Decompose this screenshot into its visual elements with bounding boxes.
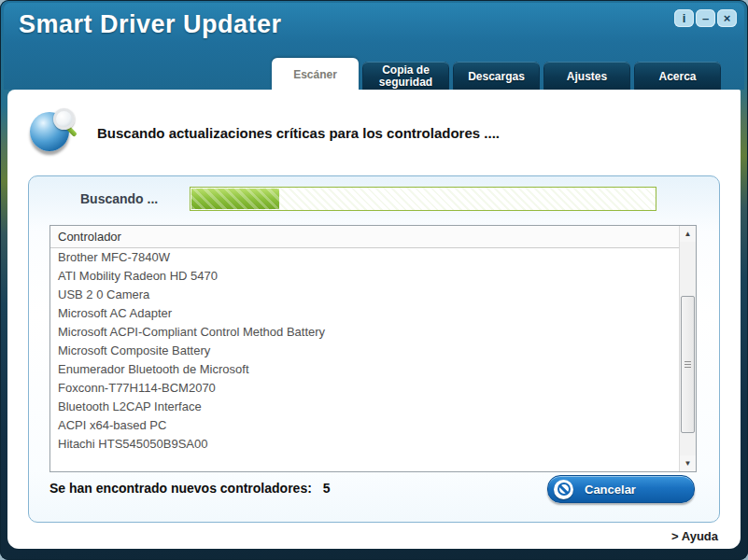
scroll-down-button[interactable]: ▼ xyxy=(680,455,696,471)
scroll-down-icon: ▼ xyxy=(684,459,692,468)
scroll-up-icon: ▲ xyxy=(684,230,692,238)
driver-list: Controlador Brother MFC-7840WATI Mobilit… xyxy=(49,225,697,472)
result-row: Se han encontrado nuevos controladores:5… xyxy=(29,473,719,511)
minimize-button[interactable]: – xyxy=(696,9,715,27)
progress-row: Buscando ... xyxy=(29,186,719,214)
scan-heading: Buscando actualizaciones críticas para l… xyxy=(97,125,500,141)
list-rows: Brother MFC-7840WATI Mobility Radeon HD … xyxy=(50,248,680,454)
list-item[interactable]: Foxconn-T77H114-BCM2070 xyxy=(50,379,680,398)
tab-label: Descargas xyxy=(468,71,525,83)
list-item[interactable]: Hitachi HTS545050B9SA00 xyxy=(50,435,680,454)
minimize-icon: – xyxy=(702,12,709,24)
cancel-icon xyxy=(554,480,573,499)
close-button[interactable]: × xyxy=(717,9,737,27)
info-button[interactable]: i xyxy=(674,9,694,27)
info-icon: i xyxy=(683,12,686,24)
search-globe-icon xyxy=(30,108,77,157)
tab-label: Ajustes xyxy=(567,71,607,83)
scan-header: Buscando actualizaciones críticas para l… xyxy=(30,106,718,159)
list-item[interactable]: Microsoft ACPI-Compliant Control Method … xyxy=(50,323,680,342)
found-label: Se han encontrado nuevos controladores: xyxy=(49,481,312,496)
progress-fill xyxy=(191,189,279,209)
tab-ajustes[interactable]: Ajustes xyxy=(543,62,630,90)
tab-bar: EscánerCopia de seguridadDescargasAjuste… xyxy=(272,58,721,90)
app-title: Smart Driver Updater xyxy=(19,10,282,39)
title-bar: Smart Driver Updater i – × EscánerCopia … xyxy=(4,3,744,90)
found-text: Se han encontrado nuevos controladores:5 xyxy=(49,481,331,496)
tab-acerca[interactable]: Acerca xyxy=(634,62,721,90)
close-icon: × xyxy=(724,12,731,24)
cancel-button[interactable]: Cancelar xyxy=(547,475,695,503)
list-item[interactable]: Enumerador Bluetooth de Microsoft xyxy=(50,360,680,379)
found-count: 5 xyxy=(323,481,331,496)
list-item[interactable]: ATI Mobility Radeon HD 5470 xyxy=(50,267,680,286)
scrollbar[interactable]: ▲ ▼ xyxy=(679,226,696,471)
list-item[interactable]: Brother MFC-7840W xyxy=(50,248,680,267)
tab-escaner[interactable]: Escáner xyxy=(272,58,359,90)
scroll-up-button[interactable]: ▲ xyxy=(680,226,696,242)
content-area: Buscando actualizaciones críticas para l… xyxy=(7,90,741,549)
window-controls: i – × xyxy=(674,9,737,27)
list-item[interactable]: Microsoft AC Adapter xyxy=(50,304,680,323)
progress-label: Buscando ... xyxy=(80,191,158,206)
list-header: Controlador xyxy=(50,226,680,248)
app-window: Smart Driver Updater i – × EscánerCopia … xyxy=(0,0,748,560)
scrollbar-thumb[interactable] xyxy=(681,296,695,433)
magnifier-icon xyxy=(53,108,75,130)
tab-copia-de-seguridad[interactable]: Copia de seguridad xyxy=(362,62,449,90)
list-item[interactable]: Microsoft Composite Battery xyxy=(50,342,680,360)
tab-label: Escáner xyxy=(293,69,337,81)
help-link[interactable]: > Ayuda xyxy=(671,529,718,543)
cancel-label: Cancelar xyxy=(585,483,636,497)
tab-label: Copia de seguridad xyxy=(364,64,447,89)
list-item[interactable]: USB 2 0 Camera xyxy=(50,286,680,304)
list-item[interactable]: ACPI x64-based PC xyxy=(50,416,680,435)
tab-descargas[interactable]: Descargas xyxy=(453,62,540,90)
tab-label: Acerca xyxy=(658,71,696,83)
scan-panel: Buscando ... Controlador Brother MFC-784… xyxy=(28,175,720,523)
list-item[interactable]: Bluetooth L2CAP Interface xyxy=(50,398,680,416)
thumb-grip-icon xyxy=(684,361,691,368)
progress-bar xyxy=(190,187,656,211)
